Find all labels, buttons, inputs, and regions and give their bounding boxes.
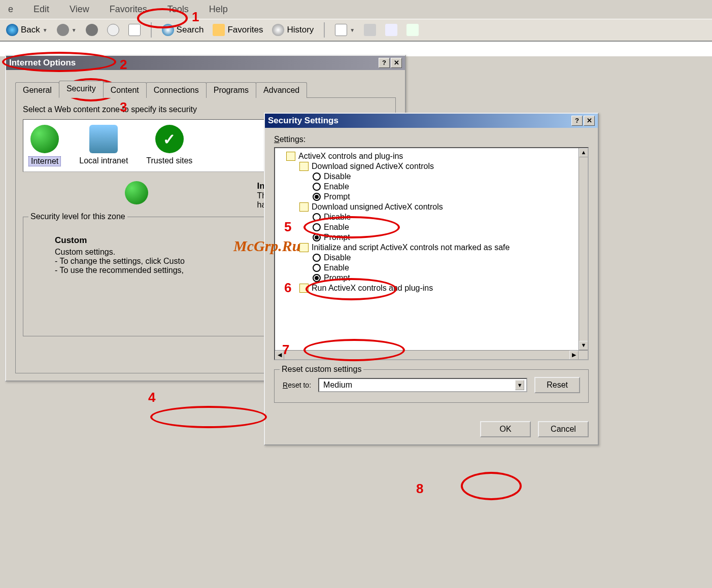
radio-enable-1[interactable] [313,183,321,191]
activex-icon [286,152,295,161]
tab-general[interactable]: General [15,82,59,98]
annotation-circle-4 [150,406,267,428]
radio-enable-3[interactable] [313,264,321,272]
separator [324,22,325,38]
home-icon [128,24,141,36]
chevron-down-icon: ▼ [515,380,524,390]
tab-content[interactable]: Content [103,82,147,98]
radio-prompt-3[interactable] [313,274,321,282]
radio-prompt-2[interactable] [313,233,321,241]
reset-legend: Reset custom settings [280,365,363,374]
scroll-right-icon[interactable]: ▶ [569,351,579,360]
radio-label: Prompt [324,192,350,201]
radio-enable-2[interactable] [313,223,321,231]
radio-label: Enable [324,263,349,272]
annotation-circle-8 [461,472,522,500]
mail-button[interactable]: ▼ [333,23,357,37]
favorites-label: Favorites [227,25,263,35]
zone-trusted-label: Trusted sites [146,156,192,165]
reset-to-label: Reset to: [283,381,311,389]
favorites-button[interactable]: Favorites [211,23,265,37]
globe-icon [30,125,59,153]
back-arrow-icon [6,24,18,36]
history-button[interactable]: History [270,23,316,37]
settings-tree[interactable]: ActiveX controls and plug-ins Download s… [274,147,589,360]
menu-tools[interactable]: Tools [164,3,192,16]
radio-disable-3[interactable] [313,254,321,262]
tree-group3: Initialize and script ActiveX controls n… [312,243,510,252]
history-icon [272,24,284,36]
reset-to-value: Medium [323,381,352,390]
security-settings-dialog: Security Settings ? ✕ Settings: ActiveX … [264,113,599,445]
tree-group2: Download unsigned ActiveX controls [312,202,443,212]
radio-label: Prompt [324,233,350,242]
menubar: e Edit View Favorites Tools Help [0,0,712,19]
radio-label: Disable [324,213,351,222]
forward-button[interactable]: ▼ [55,23,79,37]
zone-local-intranet[interactable]: Local intranet [79,125,128,166]
radio-prompt-1[interactable] [313,193,321,201]
refresh-icon [107,24,119,36]
zone-internet[interactable]: Internet [28,125,61,166]
menu-edit[interactable]: Edit [30,3,52,16]
zone-internet-label: Internet [28,156,61,166]
zone-trusted-sites[interactable]: ✓ Trusted sites [146,125,192,166]
zone-intranet-label: Local intranet [79,156,128,165]
activex-icon [299,284,309,293]
help-button[interactable]: ? [379,58,390,68]
radio-label: Prompt [324,273,350,283]
search-button[interactable]: Search [160,23,206,37]
tab-connections[interactable]: Connections [146,82,207,98]
back-button[interactable]: Back ▼ [4,23,50,37]
vertical-scrollbar[interactable]: ▲ ▼ [579,148,588,350]
menu-help[interactable]: Help [206,3,231,16]
chevron-down-icon: ▼ [43,27,48,33]
tree-group1: Download signed ActiveX controls [312,162,434,171]
chevron-down-icon: ▼ [350,27,355,33]
search-icon [162,24,174,36]
stop-button[interactable] [84,23,100,37]
menu-view[interactable]: View [66,3,92,16]
radio-disable-1[interactable] [313,172,321,181]
security-settings-title: Security Settings [268,116,338,126]
help-button[interactable]: ? [571,116,583,126]
checkmark-icon: ✓ [155,125,184,153]
back-label: Back [21,25,40,35]
radio-label: Enable [324,182,349,191]
home-button[interactable] [126,23,143,37]
tab-programs[interactable]: Programs [206,82,256,98]
reset-button[interactable]: Reset [534,377,580,393]
close-button[interactable]: ✕ [391,58,402,68]
edit-button[interactable] [383,23,399,37]
ok-button[interactable]: OK [480,421,531,437]
security-settings-titlebar: Security Settings ? ✕ [265,114,598,128]
internet-options-titlebar: Internet Options ? ✕ [6,56,405,70]
discuss-icon [406,24,419,36]
tree-group4: Run ActiveX controls and plug-ins [312,284,433,293]
separator [151,22,152,38]
star-icon [213,24,225,36]
scroll-up-icon[interactable]: ▲ [579,148,588,157]
tab-security[interactable]: Security [59,81,104,98]
horizontal-scrollbar[interactable]: ◀ ▶ [275,350,588,359]
activex-icon [299,162,309,171]
edit-icon [385,24,397,36]
discuss-button[interactable] [404,23,421,37]
close-button[interactable]: ✕ [584,116,595,126]
stop-icon [86,24,98,36]
reset-group: Reset custom settings Reset to: Medium ▼… [274,369,589,403]
refresh-button[interactable] [105,23,121,37]
reset-to-dropdown[interactable]: Medium ▼ [318,378,527,392]
menu-file[interactable]: e [5,3,16,16]
scroll-left-icon[interactable]: ◀ [275,351,284,360]
security-level-legend: Security level for this zone [28,212,127,221]
settings-label: ettings: [280,135,306,144]
scroll-down-icon[interactable]: ▼ [579,341,588,350]
print-button[interactable] [362,23,378,37]
cancel-button[interactable]: Cancel [538,421,589,437]
annotation-number-4: 4 [148,390,155,405]
tab-advanced[interactable]: Advanced [256,82,307,98]
radio-disable-2[interactable] [313,213,321,221]
forward-arrow-icon [57,24,69,36]
menu-favorites[interactable]: Favorites [107,3,150,16]
